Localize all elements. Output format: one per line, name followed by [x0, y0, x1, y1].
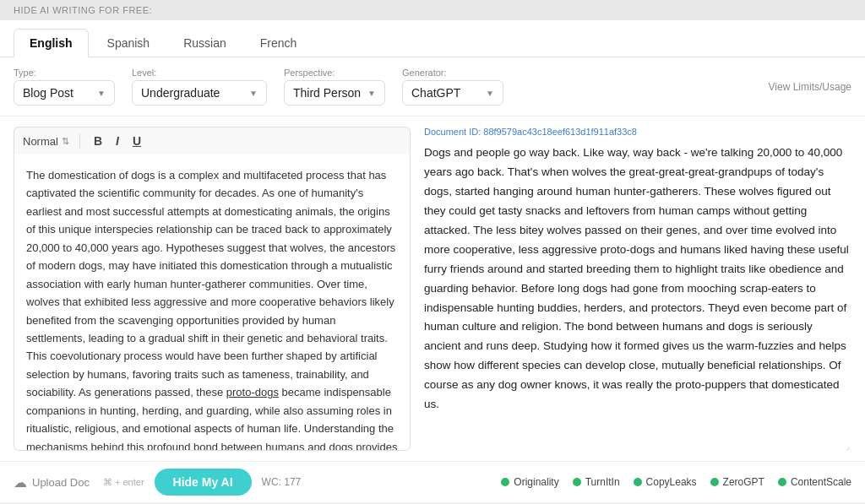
resize-handle-icon[interactable]: ⌟	[424, 442, 851, 451]
upload-label: Upload Doc	[32, 476, 90, 489]
originality-label: Originality	[514, 476, 558, 488]
top-bar-label: HIDE AI WRITING FOR FREE:	[14, 5, 152, 15]
top-bar: HIDE AI WRITING FOR FREE:	[0, 0, 865, 20]
style-value: Normal	[23, 135, 58, 148]
editor-content: The domestication of dogs is a complex a…	[26, 166, 398, 451]
copyleaks-dot-icon	[634, 478, 642, 486]
type-label: Type:	[14, 68, 115, 78]
originality-dot-icon	[501, 478, 509, 486]
cloud-upload-icon: ☁	[14, 474, 27, 490]
editor-area[interactable]: The domestication of dogs is a complex a…	[14, 154, 411, 451]
generator-chevron-icon: ▼	[486, 89, 494, 98]
upload-doc-button[interactable]: ☁ Upload Doc	[14, 474, 90, 490]
hide-my-ai-button[interactable]: Hide My AI	[155, 469, 252, 496]
italic-button[interactable]: I	[112, 133, 122, 149]
checker-copyleaks[interactable]: CopyLeaks	[634, 476, 697, 488]
type-value: Blog Post	[23, 86, 73, 100]
turnitin-label: TurnItIn	[585, 476, 620, 488]
toolbar-divider	[79, 133, 80, 149]
right-panel: Document ID: 88f9579ac43c18eef613d1f911a…	[424, 127, 851, 451]
left-panel: Normal ⇅ B I U The domestication of dogs…	[14, 127, 411, 451]
view-limits-link[interactable]: View Limits/Usage	[769, 81, 851, 93]
level-value: Undergraduate	[141, 86, 220, 100]
zerogpt-label: ZeroGPT	[723, 476, 764, 488]
contentscale-dot-icon	[778, 478, 786, 486]
zerogpt-dot-icon	[710, 478, 719, 486]
shortcut-hint: ⌘ + enter	[103, 477, 144, 488]
bottom-bar: ☁ Upload Doc ⌘ + enter Hide My AI WC: 17…	[0, 461, 865, 502]
bold-button[interactable]: B	[90, 133, 106, 149]
style-arrows-icon: ⇅	[62, 136, 69, 147]
generator-control: Generator: ChatGPT ▼	[402, 68, 503, 106]
generator-select[interactable]: ChatGPT ▼	[402, 80, 503, 106]
style-select[interactable]: Normal ⇅	[23, 135, 69, 148]
tab-french[interactable]: French	[245, 30, 313, 57]
underline-button[interactable]: U	[129, 133, 144, 149]
perspective-label: Perspective:	[284, 68, 385, 78]
checker-contentscale[interactable]: ContentScale	[778, 476, 851, 488]
content-row: Normal ⇅ B I U The domestication of dogs…	[0, 117, 865, 461]
level-select[interactable]: Undergraduate ▼	[132, 80, 267, 106]
perspective-chevron-icon: ▼	[367, 89, 376, 98]
type-chevron-icon: ▼	[97, 89, 106, 98]
level-chevron-icon: ▼	[249, 89, 258, 98]
output-content: Dogs and people go way back. Like way, w…	[424, 144, 851, 415]
tab-russian[interactable]: Russian	[168, 30, 242, 57]
doc-id: Document ID: 88f9579ac43c18eef613d1f911a…	[424, 127, 851, 137]
checker-turnitin[interactable]: TurnItIn	[573, 476, 620, 488]
turnitin-dot-icon	[573, 478, 581, 486]
perspective-control: Perspective: Third Person ▼	[284, 68, 385, 106]
level-control: Level: Undergraduate ▼	[132, 68, 267, 106]
main-container: English Spanish Russian French Type: Blo…	[0, 20, 865, 502]
perspective-value: Third Person	[293, 86, 361, 100]
checker-zerogpt[interactable]: ZeroGPT	[710, 476, 764, 488]
level-label: Level:	[132, 68, 267, 78]
output-text: Dogs and people go way back. Like way, w…	[424, 144, 851, 442]
editor-toolbar: Normal ⇅ B I U	[14, 127, 411, 154]
contentscale-label: ContentScale	[791, 476, 851, 488]
tab-english[interactable]: English	[14, 29, 89, 57]
controls-row: Type: Blog Post ▼ Level: Undergraduate ▼…	[0, 57, 865, 117]
type-select[interactable]: Blog Post ▼	[14, 80, 115, 106]
generator-label: Generator:	[402, 68, 503, 78]
tab-spanish[interactable]: Spanish	[92, 30, 166, 57]
checker-row: Originality TurnItIn CopyLeaks ZeroGPT C…	[501, 476, 851, 488]
generator-value: ChatGPT	[411, 86, 460, 100]
word-count-label: WC: 177	[262, 476, 302, 488]
type-control: Type: Blog Post ▼	[14, 68, 115, 106]
checker-originality[interactable]: Originality	[501, 476, 558, 488]
copyleaks-label: CopyLeaks	[646, 476, 697, 488]
perspective-select[interactable]: Third Person ▼	[284, 80, 385, 106]
tabs-row: English Spanish Russian French	[0, 20, 865, 57]
